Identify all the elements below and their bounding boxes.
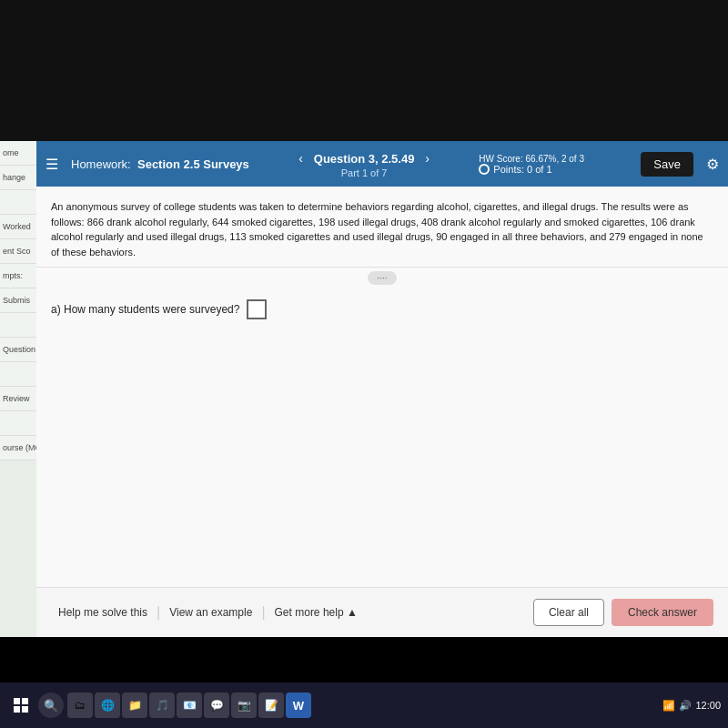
sidebar-item-course[interactable]: ourse (MGF (0, 436, 36, 460)
sidebar-item-blank2 (0, 313, 36, 338)
header-right: HW Score: 66.67%, 2 of 3 Points: 0 of 1 (479, 154, 624, 175)
taskbar-search-button[interactable]: 🔍 (38, 693, 64, 718)
tray-network-icon[interactable]: 📶 (662, 700, 675, 712)
search-icon: 🔍 (44, 699, 58, 713)
sidebar: ome hange Worked ent Sco mpts: Submis Qu… (0, 141, 36, 637)
sidebar-item-home[interactable]: ome (0, 141, 36, 166)
sidebar-item-attempts[interactable]: mpts: (0, 264, 36, 288)
points-row: Points: 0 of 1 (479, 164, 551, 175)
save-button[interactable]: Save (641, 152, 693, 177)
separator-1: | (157, 604, 160, 621)
sub-question-label: a) How many students were surveyed? (51, 303, 239, 316)
sidebar-item-blank4 (0, 411, 36, 436)
sidebar-item-worked[interactable]: Worked (0, 215, 36, 239)
system-tray: 📶 🔊 12:00 (662, 700, 721, 712)
tray-clock: 12:00 (695, 700, 721, 711)
sidebar-item-submissions[interactable]: Submis (0, 288, 36, 313)
part-label: Part 1 of 7 (341, 167, 388, 178)
sidebar-item-blank1 (0, 190, 36, 215)
taskbar-app-6[interactable]: 💬 (204, 693, 229, 718)
taskbar-app-7[interactable]: 📷 (231, 693, 257, 718)
bottom-toolbar: Help me solve this | View an example | G… (36, 587, 728, 637)
taskbar-app-3[interactable]: 📁 (122, 693, 147, 718)
windows-start-button[interactable] (7, 692, 35, 719)
sidebar-item-blank3 (0, 362, 36, 387)
sidebar-item-change[interactable]: hange (0, 166, 36, 190)
taskbar-app-4[interactable]: 🎵 (149, 693, 175, 718)
expand-section: ···· (36, 268, 728, 288)
question-text: An anonymous survey of college students … (36, 187, 728, 268)
next-question-button[interactable]: › (420, 149, 435, 167)
get-more-help-button[interactable]: Get more help ▲ (268, 601, 365, 624)
help-solve-button[interactable]: Help me solve this (51, 601, 155, 624)
clear-all-button[interactable]: Clear all (533, 599, 604, 626)
section-title: Section 2.5 Surveys (137, 157, 249, 171)
points-circle-icon (479, 164, 490, 175)
windows-logo-icon (14, 698, 28, 713)
header-title: Homework: Section 2.5 Surveys (71, 157, 249, 171)
taskbar-app-w[interactable]: W (286, 693, 311, 718)
question-title: Question 3, 2.5.49 (314, 152, 415, 166)
sub-question-a: a) How many students were surveyed? (36, 288, 728, 330)
taskbar-app-8[interactable]: 📝 (258, 693, 284, 718)
hw-score: HW Score: 66.67%, 2 of 3 (479, 154, 584, 164)
header-center: ‹ Question 3, 2.5.49 › Part 1 of 7 (258, 149, 470, 178)
points-label: Points: 0 of 1 (493, 164, 551, 175)
sidebar-item-review[interactable]: Review (0, 387, 36, 411)
prev-question-button[interactable]: ‹ (293, 149, 308, 167)
taskbar-apps: 🗂 🌐 📁 🎵 📧 💬 📷 📝 W (67, 693, 659, 718)
question-area: An anonymous survey of college students … (36, 187, 728, 587)
settings-icon[interactable]: ⚙ (706, 156, 719, 173)
taskbar: 🔍 🗂 🌐 📁 🎵 📧 💬 📷 📝 W 📶 🔊 12:00 (0, 682, 728, 728)
taskbar-app-1[interactable]: 🗂 (67, 693, 93, 718)
separator-2: | (261, 604, 265, 621)
check-answer-button[interactable]: Check answer (612, 599, 713, 626)
question-nav: ‹ Question 3, 2.5.49 › (293, 149, 435, 167)
tray-volume-icon[interactable]: 🔊 (679, 700, 692, 712)
answer-input-box[interactable] (247, 299, 267, 319)
expand-button[interactable]: ···· (368, 271, 396, 285)
header-bar: ☰ Homework: Section 2.5 Surveys ‹ Questi… (36, 141, 728, 187)
homework-label: Homework: (71, 157, 131, 171)
taskbar-app-5[interactable]: 📧 (177, 693, 202, 718)
top-background (0, 0, 728, 141)
sidebar-item-question[interactable]: Question (0, 338, 36, 362)
hamburger-icon[interactable]: ☰ (46, 156, 58, 173)
taskbar-app-2[interactable]: 🌐 (95, 693, 120, 718)
sidebar-item-score[interactable]: ent Sco (0, 239, 36, 264)
view-example-button[interactable]: View an example (162, 601, 259, 624)
